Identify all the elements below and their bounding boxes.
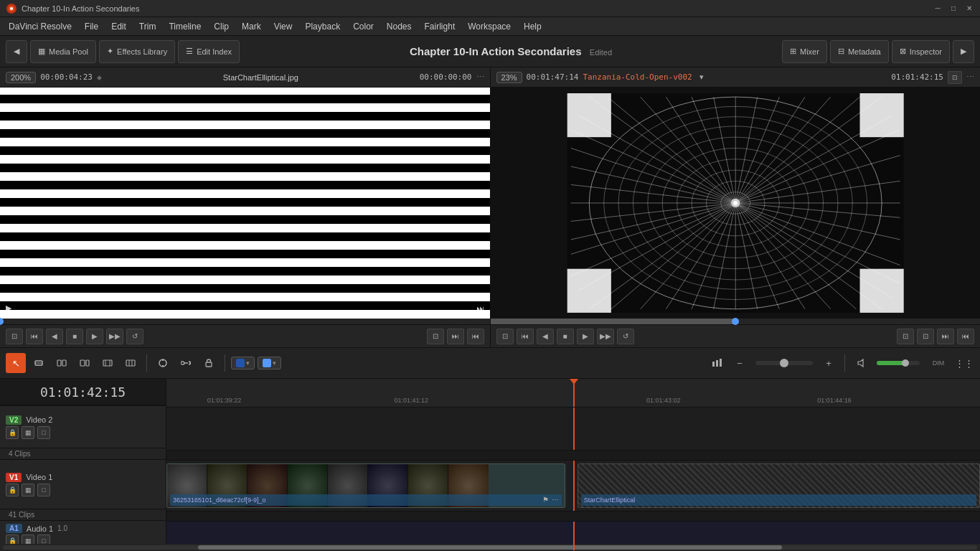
v1-lock-icon[interactable]: 🔒: [6, 484, 19, 496]
a1-volume: 1.0: [57, 524, 67, 532]
flag-blue-color: [236, 359, 245, 367]
mixer-icon: ⊞: [790, 47, 796, 56]
source-next-mark[interactable]: ⏭: [447, 329, 464, 344]
source-zoom[interactable]: 200%: [6, 72, 36, 83]
program-fit[interactable]: ⊡: [897, 329, 914, 344]
menu-item-playback[interactable]: Playback: [299, 20, 346, 33]
chevron-left-icon: ◀: [14, 47, 19, 56]
timeline-ruler[interactable]: 01:01:39:22 01:01:41:12 01:01:43:02 01:0…: [166, 379, 980, 408]
v1-track-spacer: [166, 512, 980, 522]
program-progress-bar[interactable]: [491, 319, 981, 324]
slip-tool-button[interactable]: [98, 353, 118, 373]
menu-item-fairlight[interactable]: Fairlight: [419, 20, 461, 33]
mixer-button[interactable]: ⊞ Mixer: [782, 40, 827, 63]
clip-fisheye[interactable]: 36253165101_d6eac72cf[9-9]_o ⚑ ⋯: [166, 463, 565, 508]
program-stop[interactable]: ■: [557, 329, 574, 344]
menu-item-mark[interactable]: Mark: [236, 20, 267, 33]
source-progress-bar[interactable]: [0, 319, 490, 324]
clip-starchart[interactable]: StarChartElliptical: [578, 463, 980, 508]
source-to-start[interactable]: ⏮: [26, 329, 43, 344]
menubar: DaVinci ResolveFileEditTrimTimelineClipM…: [0, 17, 980, 36]
menu-item-clip[interactable]: Clip: [208, 20, 235, 33]
menu-item-timeline[interactable]: Timeline: [163, 20, 207, 33]
close-button[interactable]: ✕: [964, 4, 974, 14]
source-name-chevron[interactable]: ▾: [699, 72, 704, 82]
v1-video-icon[interactable]: ▦: [22, 484, 34, 496]
link-button[interactable]: [176, 353, 196, 373]
source-stop[interactable]: ■: [66, 329, 83, 344]
menu-item-file[interactable]: File: [79, 20, 104, 33]
v2-lock-icon[interactable]: 🔒: [6, 426, 19, 439]
zoom-slider[interactable]: [755, 361, 813, 365]
minimize-button[interactable]: ─: [933, 4, 943, 14]
v1-audio-icon[interactable]: □: [37, 484, 50, 496]
program-back[interactable]: ◀: [537, 329, 554, 344]
snap-button[interactable]: [153, 353, 173, 373]
panel-toggle-left[interactable]: ◀: [6, 40, 27, 63]
source-play[interactable]: ▶: [86, 329, 103, 344]
menu-item-davinci-resolve[interactable]: DaVinci Resolve: [3, 20, 77, 33]
program-controls: ⊡ ⏮ ◀ ■ ▶ ▶▶ ↺ ⊡ ⊡ ⏭ ⏮: [491, 324, 981, 347]
program-to-end[interactable]: ⏭: [937, 329, 954, 344]
source-prev-mark[interactable]: ⏮: [467, 329, 484, 344]
zoom-plus-button[interactable]: +: [819, 353, 839, 373]
program-loop[interactable]: ↺: [617, 329, 634, 344]
source-fit[interactable]: ⊡: [427, 329, 444, 344]
source-back[interactable]: ◀: [46, 329, 63, 344]
maximize-button[interactable]: □: [948, 4, 958, 14]
dim-button[interactable]: DIM: [925, 353, 951, 373]
volume-slider[interactable]: [877, 361, 920, 365]
source-loop[interactable]: ↺: [126, 329, 143, 344]
program-fullscreen[interactable]: ⊡: [948, 71, 962, 84]
flag-cyan-button[interactable]: ▾: [258, 357, 281, 369]
program-view-button[interactable]: ⊡: [496, 329, 514, 344]
flag-blue-button[interactable]: ▾: [231, 357, 255, 369]
svg-rect-83: [712, 362, 715, 367]
inspector-button[interactable]: ⊠ Inspector: [892, 40, 950, 63]
roll-tool-button[interactable]: [52, 353, 72, 373]
audio-button[interactable]: [851, 353, 871, 373]
metadata-icon: ⊟: [838, 47, 844, 56]
menu-item-color[interactable]: Color: [347, 20, 380, 33]
program-forward[interactable]: ▶▶: [597, 329, 614, 344]
menu-item-nodes[interactable]: Nodes: [381, 20, 418, 33]
media-pool-button[interactable]: ▦ Media Pool: [30, 40, 96, 63]
scroll-track[interactable]: [166, 545, 977, 550]
effects-library-button[interactable]: ✦ Effects Library: [99, 40, 175, 63]
slide-tool-button[interactable]: [121, 353, 141, 373]
program-prev-mark[interactable]: ⏮: [957, 329, 974, 344]
panel-toggle-right[interactable]: ▶: [953, 40, 974, 63]
program-zoom[interactable]: 23%: [496, 72, 522, 83]
trim-tool-button[interactable]: [29, 353, 49, 373]
scroll-thumb[interactable]: [198, 545, 783, 550]
v2-name-row: V2 Video 2: [6, 415, 160, 425]
menu-item-help[interactable]: Help: [518, 20, 547, 33]
v2-clips-count: 4 Clips: [0, 448, 166, 460]
program-more-icon[interactable]: ⋯: [966, 72, 974, 82]
select-tool-button[interactable]: ↖: [6, 353, 26, 373]
metadata-button[interactable]: ⊟ Metadata: [830, 40, 889, 63]
source-forward[interactable]: ▶▶: [106, 329, 123, 344]
timeline: 01:01:42:15 V2 Video 2 🔒 ▦ □ 4 Clips: [0, 379, 980, 551]
menu-item-view[interactable]: View: [268, 20, 298, 33]
source-monitor-topbar: 200% 00:00:04:23 ◆ StarChartElliptical.j…: [0, 67, 490, 88]
source-more-icon[interactable]: ⋯: [476, 72, 484, 82]
v2-track-spacer: [166, 451, 980, 461]
source-view-button[interactable]: ⊡: [6, 329, 23, 344]
clip-more-icon: ⋯: [552, 496, 559, 504]
program-to-start[interactable]: ⏮: [517, 329, 534, 344]
zoom-minus-button[interactable]: −: [730, 353, 750, 373]
audio-levels-button[interactable]: [707, 353, 727, 373]
menu-item-edit[interactable]: Edit: [105, 20, 132, 33]
ripple-tool-button[interactable]: [75, 353, 95, 373]
window-controls: ─ □ ✕: [933, 4, 974, 14]
menu-item-trim[interactable]: Trim: [133, 20, 162, 33]
v2-audio-icon[interactable]: □: [37, 426, 50, 439]
lock-button[interactable]: [199, 353, 219, 373]
menu-item-workspace[interactable]: Workspace: [462, 20, 517, 33]
more-options-button[interactable]: ⋮⋮: [954, 353, 974, 373]
program-fullscreen-btn[interactable]: ⊡: [917, 329, 934, 344]
v2-video-icon[interactable]: ▦: [22, 426, 34, 439]
program-play[interactable]: ▶: [577, 329, 594, 344]
edit-index-button[interactable]: ☰ Edit Index: [178, 40, 240, 63]
